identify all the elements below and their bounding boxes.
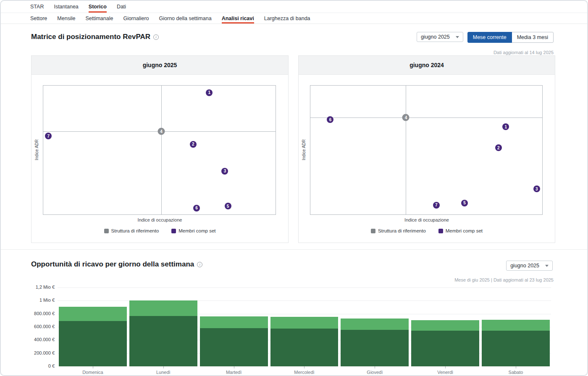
bar-segment-realized <box>411 331 479 366</box>
stacked-bar-venerdi <box>411 320 479 366</box>
nav-item-larghezza-di-banda[interactable]: Larghezza di banda <box>264 13 310 24</box>
nav-item-dati[interactable]: Dati <box>117 1 126 13</box>
compset-point-1: 1 <box>206 89 213 96</box>
bar-segment-realized <box>482 331 550 366</box>
compset-point-7: 7 <box>45 133 52 139</box>
bar-segment-opportunity <box>482 320 550 331</box>
nav-item-analisi-ricavi[interactable]: Analisi ricavi <box>222 13 254 24</box>
revpar-month-value: giugno 2025 <box>421 34 450 40</box>
y-tick-label: 200.000 € <box>34 350 55 355</box>
x-tick-label: Giovedì <box>339 370 410 375</box>
compset-point-7: 7 <box>433 202 440 209</box>
y-axis-label: Indice ADR <box>34 139 39 160</box>
stacked-bar-mercoledi <box>270 317 339 366</box>
y-tick-label: 0 € <box>48 363 55 368</box>
x-tick <box>93 366 93 368</box>
x-tick <box>304 366 304 368</box>
nav-item-settimanale[interactable]: Settimanale <box>85 13 113 24</box>
bar-segment-opportunity <box>59 307 127 321</box>
nav-item-giornaliero[interactable]: Giornaliero <box>123 13 149 24</box>
nav-item-giorno-della-settimana[interactable]: Giorno della settimana <box>159 13 212 24</box>
y-axis-label: Indice ADR <box>302 139 306 160</box>
reference-point-4: 4 <box>158 128 165 135</box>
bar-segment-opportunity <box>200 316 268 328</box>
secondary-nav: SettoreMensileSettimanaleGiornalieroGior… <box>1 13 587 24</box>
x-tick <box>445 366 446 368</box>
revpar-month-select[interactable]: giugno 2025 <box>417 32 463 42</box>
legend-item-reference: Struttura di riferimento <box>104 228 159 233</box>
stacked-bar-giovedi <box>341 319 409 366</box>
bar-segment-opportunity <box>129 300 197 316</box>
x-tick-label: Sabato <box>480 370 551 375</box>
legend: Struttura di riferimento Membri comp set <box>299 228 555 233</box>
app-window: STARIstantaneaStoricoDati SettoreMensile… <box>0 0 588 376</box>
legend: Struttura di riferimento Membri comp set <box>32 228 288 233</box>
x-tick <box>516 366 516 368</box>
bar-slot-lunedi: Lunedì <box>128 287 199 366</box>
compset-point-5: 5 <box>225 203 231 209</box>
x-tick-label: Venerdì <box>410 370 480 375</box>
compset-point-2: 2 <box>495 144 502 151</box>
bar-segment-realized <box>200 328 268 366</box>
x-tick-label: Lunedì <box>128 370 199 375</box>
compset-point-2: 2 <box>190 141 197 148</box>
legend-item-compset: Membri comp set <box>171 228 215 233</box>
x-tick-label: Mercoledì <box>269 370 340 375</box>
compset-point-1: 1 <box>502 123 509 130</box>
nav-item-mensile[interactable]: Mensile <box>57 13 75 24</box>
section-divider <box>1 249 587 250</box>
bar-slot-domenica: Domenica <box>58 287 128 366</box>
revpar-section-title: Matrice di posizionamento RevPAR i <box>31 33 159 41</box>
panel-title: giugno 2024 <box>299 56 555 75</box>
bar-segment-realized <box>270 329 339 366</box>
bar-segment-opportunity <box>411 320 479 331</box>
stacked-bar-lunedi <box>129 300 197 366</box>
bar-slots: DomenicaLunedìMartedìMercoledìGiovedìVen… <box>58 287 551 366</box>
x-tick <box>375 366 375 368</box>
bar-segment-realized <box>129 316 197 366</box>
revpar-updated-note: Dati aggiornati al 14 lug 2025 <box>494 50 554 55</box>
page-title: Matrice di posizionamento RevPAR <box>31 33 150 41</box>
bar-chart-y-axis: 0 €200.000 €400.000 €600.000 €800.000 €1… <box>1 287 55 366</box>
reference-point-4: 4 <box>402 114 410 121</box>
compset-point-3: 3 <box>533 185 540 192</box>
primary-nav: STARIstantaneaStoricoDati <box>1 1 587 13</box>
revpar-controls: giugno 2025 Mese corrente Media 3 mesi <box>417 32 554 43</box>
nav-item-istantanea[interactable]: Istantanea <box>54 1 78 13</box>
chevron-down-icon <box>545 265 549 267</box>
stacked-bar-sabato <box>482 320 550 366</box>
legend-swatch-gray <box>104 229 109 233</box>
bar-slot-venerdi: Venerdì <box>410 287 480 366</box>
y-tick-label: 400.000 € <box>34 337 55 342</box>
avg-3-months-button[interactable]: Media 3 mesi <box>512 32 554 43</box>
opportunity-month-select[interactable]: giugno 2025 <box>506 261 553 271</box>
legend-item-compset: Membri comp set <box>438 228 483 233</box>
y-tick-label: 1 Mio € <box>39 298 55 303</box>
compset-point-5: 5 <box>461 200 468 206</box>
opportunity-updated-note: Mese di giu 2025 | Dati aggiornati al 23… <box>454 277 554 282</box>
section-title: Opportunità di ricavo per giorno della s… <box>31 260 194 269</box>
nav-item-star[interactable]: STAR <box>30 1 44 13</box>
x-tick <box>234 366 234 368</box>
chevron-down-icon <box>456 36 459 38</box>
y-tick-label: 800.000 € <box>34 311 55 316</box>
info-icon[interactable]: i <box>197 262 202 267</box>
scatter-plot: 1234567 <box>310 85 543 215</box>
current-month-button[interactable]: Mese corrente <box>467 32 512 43</box>
bar-slot-giovedi: Giovedì <box>339 287 410 366</box>
x-tick-label: Martedì <box>199 370 269 375</box>
bar-slot-sabato: Sabato <box>480 287 551 366</box>
nav-item-storico[interactable]: Storico <box>89 1 107 13</box>
info-icon[interactable]: i <box>153 34 159 40</box>
legend-item-reference: Struttura di riferimento <box>371 228 426 233</box>
quadrant-vline <box>161 86 162 214</box>
quadrant-hline <box>310 118 542 118</box>
x-tick <box>163 366 164 368</box>
nav-item-settore[interactable]: Settore <box>30 13 47 24</box>
scatter-panel-current: giugno 2025 Indice ADR 1234567 Indice di… <box>31 55 289 243</box>
x-axis-label: Indice di occupazione <box>32 217 288 222</box>
legend-swatch-purple <box>438 229 443 233</box>
opportunity-month-value: giugno 2025 <box>510 263 539 269</box>
stacked-bar-martedi <box>200 316 268 366</box>
y-tick-label: 1,2 Mio € <box>36 285 55 290</box>
